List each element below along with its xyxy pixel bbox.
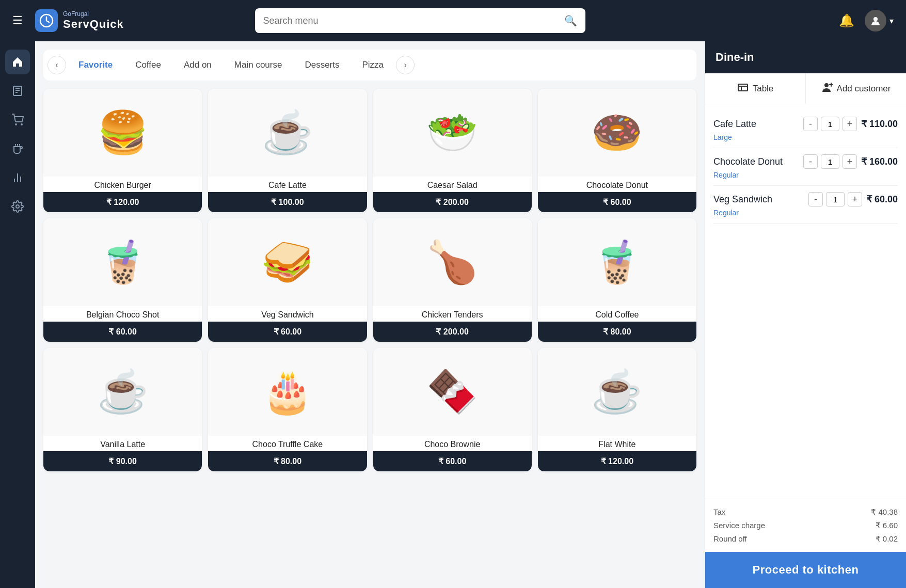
menu-item-price: ₹ 100.00 — [208, 192, 367, 212]
quantity-control: - 1 + — [808, 192, 862, 206]
sidebar-item-cup[interactable] — [5, 136, 30, 161]
quantity-control: - 1 + — [803, 154, 857, 169]
table-icon — [737, 82, 749, 96]
hamburger-icon[interactable]: ☰ — [12, 14, 23, 27]
svg-point-18 — [824, 83, 829, 87]
menu-card-image: 🍩 — [538, 89, 696, 177]
right-panel: Dine-in Table Add customer — [705, 41, 906, 588]
add-customer-icon — [821, 82, 833, 96]
tab-desserts[interactable]: Desserts — [294, 56, 349, 74]
sidebar-item-chart[interactable] — [5, 165, 30, 190]
order-item-variant: Large — [713, 133, 898, 141]
sidebar-item-cart[interactable] — [5, 107, 30, 132]
sidebar-item-settings[interactable] — [5, 194, 30, 219]
quantity-value: 1 — [821, 154, 839, 169]
brand-logo: GoFrugal ServQuick — [35, 9, 124, 32]
tab-favorite[interactable]: Favorite — [68, 56, 123, 74]
qty-plus-button[interactable]: + — [843, 154, 857, 169]
menu-item-price: ₹ 60.00 — [208, 322, 367, 342]
svg-point-14 — [16, 205, 19, 208]
menu-item-name: Veg Sandwich — [208, 306, 367, 322]
svg-point-6 — [15, 124, 17, 125]
category-tabs: ‹ Favorite Coffee Add on Main course Des… — [43, 50, 696, 81]
menu-card-chicken-tenders[interactable]: 🍗 Chicken Tenders ₹ 200.00 — [373, 218, 532, 342]
menu-card-image: 🍫 — [373, 348, 532, 436]
food-icon: ☕ — [262, 108, 313, 157]
order-item: Veg Sandwich - 1 + ₹ 60.00 Regular — [713, 186, 898, 224]
menu-card-veg-sandwich[interactable]: 🥪 Veg Sandwich ₹ 60.00 — [208, 218, 367, 342]
sidebar — [0, 41, 35, 588]
table-button[interactable]: Table — [705, 73, 805, 104]
qty-minus-button[interactable]: - — [808, 192, 823, 206]
menu-card-flat-white[interactable]: ☕ Flat White ₹ 120.00 — [538, 348, 696, 471]
food-icon: ☕ — [97, 368, 149, 416]
next-category-button[interactable]: › — [396, 56, 415, 74]
menu-item-price: ₹ 90.00 — [43, 451, 202, 471]
quantity-control: - 1 + — [803, 117, 857, 131]
menu-card-image: 🧋 — [43, 218, 202, 306]
prev-category-button[interactable]: ‹ — [47, 56, 66, 74]
menu-item-name: Flat White — [538, 436, 696, 451]
food-icon: 🥪 — [262, 238, 313, 287]
search-input[interactable] — [263, 15, 564, 26]
menu-item-name: Vanilla Latte — [43, 436, 202, 451]
main-layout: ‹ Favorite Coffee Add on Main course Des… — [35, 41, 906, 588]
food-icon: 🍫 — [426, 368, 478, 416]
search-icon: 🔍 — [564, 14, 577, 27]
menu-card-image: ☕ — [208, 89, 367, 177]
food-icon: 🍩 — [591, 108, 643, 157]
chevron-right-icon: › — [404, 60, 406, 70]
bell-icon[interactable]: 🔔 — [839, 13, 854, 28]
menu-card-cold-coffee[interactable]: 🧋 Cold Coffee ₹ 80.00 — [538, 218, 696, 342]
menu-item-price: ₹ 80.00 — [538, 322, 696, 342]
menu-card-chocolate-donut[interactable]: 🍩 Chocolate Donut ₹ 60.00 — [538, 89, 696, 212]
service-charge-value: ₹ 6.60 — [876, 521, 898, 530]
menu-card-choco-truffle-cake[interactable]: 🎂 Choco Truffle Cake ₹ 80.00 — [208, 348, 367, 471]
menu-card-image: ☕ — [43, 348, 202, 436]
chevron-left-icon: ‹ — [55, 60, 58, 70]
tab-pizza[interactable]: Pizza — [352, 56, 394, 74]
service-charge-label: Service charge — [713, 521, 765, 530]
avatar[interactable] — [865, 10, 886, 31]
menu-item-price: ₹ 60.00 — [538, 192, 696, 212]
menu-card-image: 🥪 — [208, 218, 367, 306]
menu-item-price: ₹ 200.00 — [373, 192, 532, 212]
qty-minus-button[interactable]: - — [803, 117, 818, 131]
sidebar-item-home[interactable] — [5, 50, 30, 74]
search-bar[interactable]: 🔍 — [255, 8, 585, 33]
menu-card-caesar-salad[interactable]: 🥗 Caesar Salad ₹ 200.00 — [373, 89, 532, 212]
panel-title: Dine-in — [705, 41, 906, 73]
menu-grid: 🍔 Chicken Burger ₹ 120.00 ☕ Cafe Latte ₹… — [43, 89, 696, 471]
menu-item-name: Cold Coffee — [538, 306, 696, 322]
menu-card-cafe-latte[interactable]: ☕ Cafe Latte ₹ 100.00 — [208, 89, 367, 212]
menu-item-name: Chicken Burger — [43, 177, 202, 192]
round-off-value: ₹ 0.02 — [876, 534, 898, 544]
quantity-value: 1 — [821, 117, 839, 131]
chevron-down-icon[interactable]: ▾ — [889, 16, 894, 26]
quantity-value: 1 — [826, 192, 845, 206]
menu-item-price: ₹ 80.00 — [208, 451, 367, 471]
tab-coffee[interactable]: Coffee — [125, 56, 171, 74]
menu-card-belgian-choco-shot[interactable]: 🧋 Belgian Choco Shot ₹ 60.00 — [43, 218, 202, 342]
tab-maincourse[interactable]: Main course — [224, 56, 293, 74]
menu-card-chicken-burger[interactable]: 🍔 Chicken Burger ₹ 120.00 — [43, 89, 202, 212]
logo-icon — [35, 9, 58, 32]
add-customer-button[interactable]: Add customer — [806, 73, 906, 104]
menu-card-image: ☕ — [538, 348, 696, 436]
service-charge-row: Service charge ₹ 6.60 — [713, 519, 898, 532]
order-item-price: ₹ 110.00 — [861, 118, 898, 130]
menu-card-choco-brownie[interactable]: 🍫 Choco Brownie ₹ 60.00 — [373, 348, 532, 471]
menu-card-image: 🧋 — [538, 218, 696, 306]
menu-item-price: ₹ 200.00 — [373, 322, 532, 342]
food-icon: 🍔 — [97, 108, 149, 157]
order-item-name: Veg Sandwich — [713, 194, 804, 205]
menu-card-image: 🍔 — [43, 89, 202, 177]
qty-plus-button[interactable]: + — [848, 192, 862, 206]
food-icon: 🧋 — [97, 238, 149, 287]
qty-minus-button[interactable]: - — [803, 154, 818, 169]
tab-addon[interactable]: Add on — [173, 56, 222, 74]
sidebar-item-orders[interactable] — [5, 78, 30, 103]
proceed-to-kitchen-button[interactable]: Proceed to kitchen — [705, 552, 906, 588]
menu-card-vanilla-latte[interactable]: ☕ Vanilla Latte ₹ 90.00 — [43, 348, 202, 471]
qty-plus-button[interactable]: + — [843, 117, 857, 131]
